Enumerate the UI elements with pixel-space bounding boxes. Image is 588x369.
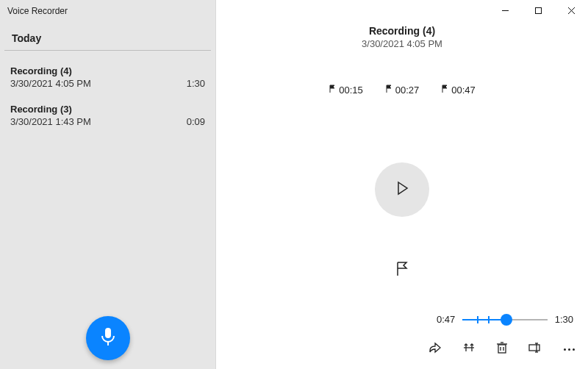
marker-time: 00:15 [339,85,363,96]
timeline-current: 0:47 [437,314,455,325]
recording-date: 3/30/2021 1:43 PM [10,116,91,127]
sidebar: Voice Recorder Today Recording (4) 3/30/… [0,0,216,369]
recording-title: Recording (3) [10,104,205,115]
marker-time: 00:47 [451,85,476,96]
minimize-icon [501,6,509,17]
timeline-total: 1:30 [555,314,573,325]
recording-duration: 0:09 [187,116,205,127]
marker-item[interactable]: 00:27 [385,85,420,96]
maximize-icon [534,6,542,17]
flag-icon [441,85,448,96]
play-icon [392,179,412,201]
marker-item[interactable]: 00:47 [441,85,476,96]
play-area [216,96,588,369]
recording-duration: 1:30 [187,78,205,89]
minimize-button[interactable] [489,0,522,22]
maximize-button[interactable] [522,0,555,22]
play-button[interactable] [375,162,429,217]
main-panel: Recording (4) 3/30/2021 4:05 PM 00:15 00… [216,0,588,369]
window-controls [489,0,588,22]
recording-header: Recording (4) 3/30/2021 4:05 PM [216,25,588,49]
mic-icon [100,326,116,350]
timeline: 0:47 1:30 [437,314,573,325]
recording-title: Recording (4) [10,65,205,76]
marker-item[interactable]: 00:15 [329,85,363,96]
trim-button[interactable] [462,342,476,357]
recording-date: 3/30/2021 4:05 PM [216,38,588,49]
trim-icon [462,342,476,357]
recording-title: Recording (4) [216,25,588,37]
add-marker-button[interactable] [395,261,409,280]
flag-icon [395,267,409,279]
svg-rect-15 [529,345,539,351]
rename-icon [528,343,543,356]
bottom-toolbar [429,341,575,357]
svg-rect-10 [498,345,506,353]
record-button[interactable] [86,316,130,360]
close-icon [567,6,576,17]
svg-marker-6 [398,182,407,194]
delete-button[interactable] [496,341,508,357]
timeline-thumb[interactable] [501,314,512,326]
svg-rect-3 [536,7,542,13]
markers-row: 00:15 00:27 00:47 [216,85,588,96]
app-title: Voice Recorder [0,0,215,19]
marker-time: 00:27 [395,85,420,96]
trash-icon [496,341,508,357]
flag-icon [385,85,392,96]
app-root: Voice Recorder Today Recording (4) 3/30/… [0,0,588,369]
list-item[interactable]: Recording (4) 3/30/2021 4:05 PM 1:30 [0,58,215,96]
more-icon [564,348,575,351]
list-item[interactable]: Recording (3) 3/30/2021 1:43 PM 0:09 [0,96,215,135]
share-icon [429,342,442,357]
rename-button[interactable] [528,343,543,356]
svg-rect-0 [105,328,111,338]
close-button[interactable] [555,0,588,22]
share-button[interactable] [429,342,442,357]
timeline-track[interactable] [462,315,547,325]
more-button[interactable] [564,348,575,351]
section-header-today: Today [4,19,211,51]
flag-icon [329,85,336,96]
recording-date: 3/30/2021 4:05 PM [10,78,91,89]
